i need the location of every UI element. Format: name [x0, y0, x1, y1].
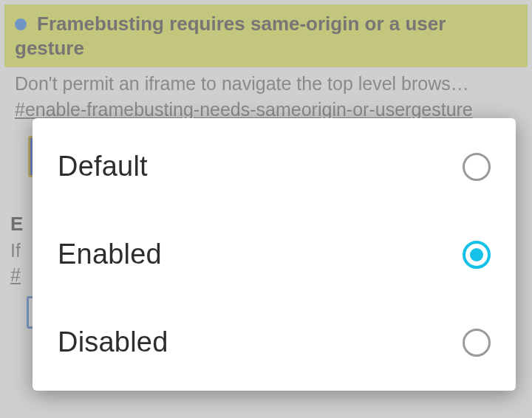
flag-value-dialog: Default Enabled Disabled: [33, 118, 516, 391]
viewport: Framebusting requires same-origin or a u…: [0, 0, 532, 418]
option-label: Disabled: [58, 326, 168, 358]
radio-unchecked-icon: [463, 153, 491, 181]
option-label: Enabled: [58, 239, 162, 270]
option-enabled[interactable]: Enabled: [33, 210, 516, 298]
radio-checked-icon: [463, 241, 491, 269]
option-disabled[interactable]: Disabled: [33, 298, 516, 386]
option-default[interactable]: Default: [33, 123, 516, 210]
radio-unchecked-icon: [463, 329, 491, 357]
option-label: Default: [58, 151, 148, 182]
